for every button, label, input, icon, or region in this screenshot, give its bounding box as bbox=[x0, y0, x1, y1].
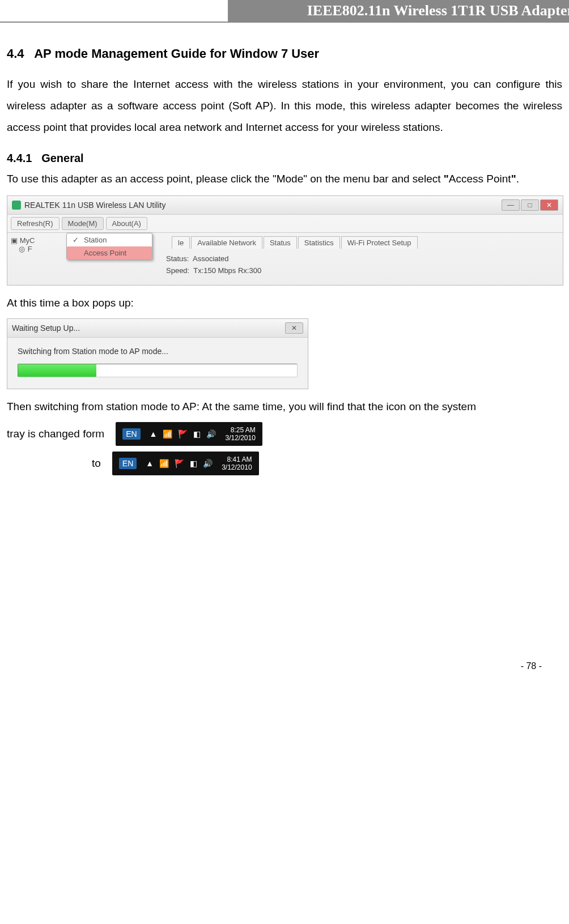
window-title: REALTEK 11n USB Wireless LAN Utility bbox=[24, 201, 165, 210]
tray-misc-icon[interactable]: ◧ bbox=[190, 459, 197, 468]
tray-date: 3/12/2010 bbox=[225, 434, 255, 442]
dialog-message: Switching from Station mode to AP mode..… bbox=[18, 347, 298, 356]
subsection-number: 4.4.1 bbox=[7, 152, 32, 164]
tab-fragment[interactable]: le bbox=[172, 236, 190, 249]
menu-about[interactable]: About(A) bbox=[106, 217, 147, 230]
tab-statistics[interactable]: Statistics bbox=[298, 236, 340, 249]
app-icon bbox=[12, 201, 21, 210]
subsection-lead: To use this adapter as an access point, … bbox=[7, 168, 562, 190]
tray-flag-icon[interactable]: 🚩 bbox=[175, 459, 184, 468]
subsection-title: General bbox=[41, 152, 83, 164]
tray-misc-icon[interactable]: ◧ bbox=[193, 429, 201, 438]
header-bar: IEEE802.11n Wireless 1T1R USB Adapter bbox=[228, 0, 569, 22]
tray-time: 8:41 AM bbox=[222, 455, 252, 463]
status-label: Status: bbox=[166, 254, 189, 263]
progress-fill bbox=[18, 364, 96, 377]
progress-bar bbox=[18, 364, 298, 377]
section-number: 4.4 bbox=[7, 46, 24, 61]
tray-after-row: to EN ▲ 📶 🚩 ◧ 🔊 8:41 AM 3/12/2010 bbox=[7, 452, 562, 475]
tray-clock[interactable]: 8:25 AM 3/12/2010 bbox=[225, 426, 255, 442]
tray-before-row: tray is changed form EN ▲ 📶 🚩 ◧ 🔊 8:25 A… bbox=[7, 422, 562, 446]
tray-network-icon[interactable]: 📶 bbox=[159, 459, 169, 468]
tray-clock[interactable]: 8:41 AM 3/12/2010 bbox=[222, 455, 252, 472]
status-value: Associated bbox=[193, 254, 229, 263]
system-tray-before: EN ▲ 📶 🚩 ◧ 🔊 8:25 AM 3/12/2010 bbox=[116, 422, 262, 446]
speed-label: Speed: bbox=[166, 266, 189, 275]
figure-waiting-dialog: Waiting Setup Up... ✕ Switching from Sta… bbox=[7, 318, 308, 389]
section-title: AP mode Management Guide for Window 7 Us… bbox=[34, 46, 319, 61]
maximize-button[interactable]: □ bbox=[521, 199, 539, 211]
tray-volume-icon[interactable]: 🔊 bbox=[203, 459, 213, 468]
minimize-button[interactable]: — bbox=[502, 199, 520, 211]
tab-available-network[interactable]: Available Network bbox=[191, 236, 262, 249]
menubar: Refresh(R) Mode(M) About(A) bbox=[7, 215, 563, 233]
tray-network-icon[interactable]: 📶 bbox=[163, 429, 172, 438]
page-number: - 78 - bbox=[0, 657, 569, 676]
tray-flag-icon[interactable]: 🚩 bbox=[178, 429, 188, 438]
after-fig1-text: At this time a box pops up: bbox=[7, 293, 562, 313]
tray-date: 3/12/2010 bbox=[222, 463, 252, 471]
dialog-titlebar: Waiting Setup Up... ✕ bbox=[7, 319, 308, 338]
dialog-title: Waiting Setup Up... bbox=[12, 323, 80, 333]
window-titlebar: REALTEK 11n USB Wireless LAN Utility — □… bbox=[7, 196, 563, 215]
figure-mode-menu: REALTEK 11n USB Wireless LAN Utility — □… bbox=[7, 195, 563, 286]
tray-lang-indicator[interactable]: EN bbox=[122, 428, 140, 440]
tab-wps[interactable]: Wi-Fi Protect Setup bbox=[341, 236, 418, 249]
section-intro: If you wish to share the Internet access… bbox=[7, 74, 562, 138]
close-button[interactable]: ✕ bbox=[540, 199, 558, 211]
subsection-heading: 4.4.1 General bbox=[7, 152, 562, 165]
tray-up-icon[interactable]: ▲ bbox=[146, 459, 154, 468]
system-tray-after: EN ▲ 📶 🚩 ◧ 🔊 8:41 AM 3/12/2010 bbox=[112, 452, 259, 475]
status-block: Status: Associated Speed: Tx:150 Mbps Rx… bbox=[7, 250, 261, 282]
tray-lang-indicator[interactable]: EN bbox=[119, 458, 137, 469]
tab-row: le Available Network Status Statistics W… bbox=[7, 233, 418, 249]
tray-up-icon[interactable]: ▲ bbox=[150, 429, 158, 438]
tab-status[interactable]: Status bbox=[264, 236, 297, 249]
menu-refresh[interactable]: Refresh(R) bbox=[11, 217, 60, 230]
menu-mode[interactable]: Mode(M) bbox=[62, 217, 104, 230]
section-heading: 4.4 AP mode Management Guide for Window … bbox=[7, 46, 562, 61]
tray-time: 8:25 AM bbox=[225, 426, 255, 434]
after-fig2-text: Then switching from station mode to AP: … bbox=[7, 397, 562, 416]
tray-before-label: tray is changed form bbox=[7, 428, 104, 440]
tray-volume-icon[interactable]: 🔊 bbox=[206, 429, 216, 438]
tray-after-label: to bbox=[92, 457, 101, 470]
header-title: IEEE802.11n Wireless 1T1R USB Adapter bbox=[307, 2, 569, 19]
speed-value: Tx:150 Mbps Rx:300 bbox=[193, 266, 261, 275]
dialog-close-button[interactable]: ✕ bbox=[285, 322, 303, 334]
header-rule bbox=[0, 22, 569, 23]
